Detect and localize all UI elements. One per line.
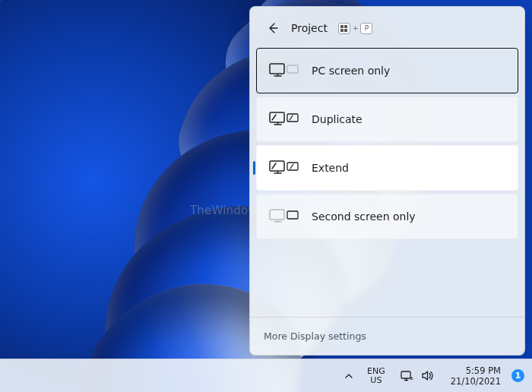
p-key-icon: P — [360, 23, 372, 34]
arrow-left-icon — [267, 22, 279, 34]
svg-point-13 — [410, 378, 412, 379]
lang-line2: US — [370, 376, 382, 385]
notification-center-button[interactable]: 1 — [511, 369, 524, 382]
svg-rect-5 — [287, 65, 298, 73]
tray-overflow-button[interactable] — [340, 367, 358, 385]
option-duplicate[interactable]: Duplicate — [256, 96, 518, 142]
svg-rect-4 — [270, 64, 284, 74]
duplicate-icon — [269, 111, 299, 128]
more-display-settings-link[interactable]: More Display settings — [264, 330, 366, 342]
back-button[interactable] — [262, 17, 283, 39]
option-extend[interactable]: Extend — [256, 145, 518, 191]
option-label: Extend — [312, 162, 349, 174]
network-icon — [401, 369, 413, 382]
project-flyout: Project + P PC screen only — [249, 6, 525, 356]
shortcut-hint: + P — [338, 23, 373, 34]
project-options-list: PC screen only Duplicate — [250, 45, 524, 242]
pc-screen-only-icon — [269, 62, 299, 79]
option-pc-screen-only[interactable]: PC screen only — [256, 48, 518, 93]
flyout-title: Project — [291, 22, 328, 34]
volume-icon — [421, 369, 434, 382]
taskbar: ENG US 5:59 PM 21/10/2021 1 — [0, 359, 532, 392]
svg-rect-0 — [340, 25, 344, 28]
svg-rect-9 — [287, 163, 298, 170]
lang-line1: ENG — [367, 367, 385, 376]
system-tray[interactable] — [394, 366, 440, 385]
option-label: Second screen only — [312, 210, 416, 223]
flyout-footer: More Display settings — [250, 317, 524, 355]
svg-rect-3 — [344, 29, 347, 32]
svg-rect-1 — [344, 25, 347, 28]
svg-rect-2 — [340, 29, 344, 32]
svg-rect-11 — [287, 211, 298, 219]
plus-icon: + — [353, 24, 359, 32]
extend-icon — [269, 160, 299, 176]
language-switcher[interactable]: ENG US — [363, 364, 390, 388]
win-key-icon — [338, 23, 350, 34]
flyout-header: Project + P — [250, 10, 524, 45]
svg-rect-6 — [270, 112, 284, 122]
svg-rect-10 — [270, 210, 284, 220]
clock-time: 5:59 PM — [466, 365, 501, 376]
second-screen-only-icon — [269, 208, 299, 225]
chevron-up-icon — [344, 371, 353, 381]
svg-rect-12 — [401, 371, 410, 378]
option-second-screen-only[interactable]: Second screen only — [256, 194, 518, 239]
option-label: PC screen only — [312, 65, 390, 77]
notification-count: 1 — [515, 371, 521, 381]
svg-rect-8 — [270, 161, 284, 171]
taskbar-clock[interactable]: 5:59 PM 21/10/2021 — [445, 362, 507, 390]
clock-date: 21/10/2021 — [451, 376, 501, 387]
option-label: Duplicate — [312, 113, 363, 125]
